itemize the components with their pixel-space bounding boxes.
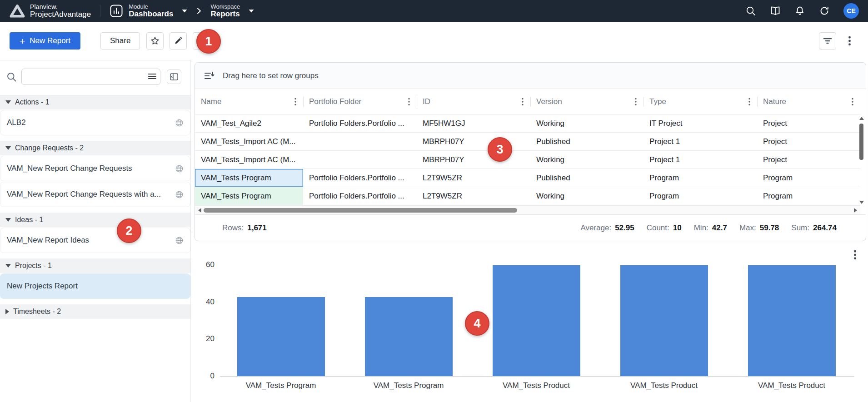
search-icon [6, 72, 17, 82]
column-header-name[interactable]: Name [195, 89, 303, 114]
grid-row[interactable]: VAM_Tests ProgramPortfolio Folders.Portf… [195, 187, 860, 205]
sidebar-item[interactable]: VAM_New Report Change Requests with a... [0, 182, 190, 207]
pencil-icon [174, 37, 182, 45]
cell: MBRPH07Y [417, 133, 530, 150]
help-docs-button[interactable] [766, 2, 784, 20]
column-menu-icon[interactable] [408, 98, 410, 106]
cell: Program [757, 187, 860, 205]
scroll-right-icon[interactable] [854, 208, 857, 213]
workspace-label: Workspace [210, 4, 240, 10]
cell: Working [530, 114, 644, 132]
sidebar-section-timesheets-2[interactable]: Timesheets - 2 [0, 304, 190, 319]
grid-row[interactable]: VAM_Tests ProgramPortfolio Folders.Portf… [195, 169, 860, 187]
column-header-type[interactable]: Type [644, 89, 757, 114]
column-menu-icon[interactable] [635, 98, 637, 106]
cell: MF5HW1GJ [417, 114, 530, 132]
report-chart: 0204060VAM_Tests ProgramVAM_Tests Progra… [195, 243, 866, 402]
sidebar-item[interactable]: VAM_New Report Change Requests [0, 156, 190, 181]
section-label: Ideas - 1 [15, 216, 43, 224]
new-report-button[interactable]: + New Report [10, 32, 80, 50]
horizontal-scrollbar[interactable] [195, 205, 860, 214]
sidebar-search-input[interactable] [21, 69, 160, 85]
globe-icon [175, 236, 184, 245]
cell: IT Project [644, 114, 757, 132]
new-report-label: New Report [30, 36, 70, 45]
sidebar-section-actions-1[interactable]: Actions - 1 [0, 95, 190, 109]
column-menu-icon[interactable] [522, 98, 524, 106]
notifications-button[interactable] [791, 2, 809, 20]
globe-icon [175, 164, 184, 173]
share-button[interactable]: Share [100, 32, 140, 50]
aggregate-label: Max: [739, 223, 756, 232]
refresh-button[interactable] [815, 2, 833, 20]
section-label: Timesheets - 2 [13, 308, 61, 316]
cell [303, 151, 417, 169]
column-menu-icon[interactable] [852, 98, 853, 106]
horizontal-scroll-thumb[interactable] [204, 208, 517, 213]
brand-product: ProjectAdvantage [30, 10, 91, 19]
sidebar-section-projects-1[interactable]: Projects - 1 [0, 258, 190, 273]
sidebar-section-change-requests-2[interactable]: Change Requests - 2 [0, 141, 190, 155]
chart-kebab-menu[interactable] [854, 250, 856, 260]
planview-logo: Planview. ProjectAdvantage [9, 4, 91, 19]
user-avatar[interactable]: CE [843, 3, 859, 19]
column-menu-icon[interactable] [294, 98, 296, 106]
cell: Program [644, 169, 757, 187]
y-axis-tick-label: 60 [195, 260, 215, 269]
section-label: Projects - 1 [15, 262, 52, 270]
app-navbar: Planview. ProjectAdvantage Module Dashbo… [0, 0, 868, 22]
column-header-portfolio-folder[interactable]: Portfolio Folder [303, 89, 417, 114]
column-header-version[interactable]: Version [530, 89, 644, 114]
row-group-dropzone[interactable]: Drag here to set row groups [195, 63, 866, 89]
menu-icon[interactable] [148, 73, 156, 79]
column-label: Version [536, 97, 562, 106]
grid-status-bar: Rows:1,671 Average:52.95Count:10Min:42.7… [195, 214, 866, 241]
triangle-down-icon [5, 100, 11, 104]
sidebar-section-ideas-1[interactable]: Ideas - 1 [0, 213, 190, 227]
cell [303, 133, 417, 150]
annotation-badge-1: 1 [196, 29, 221, 54]
aggregate-max: Max:59.78 [739, 223, 779, 232]
cell: Project [757, 114, 860, 132]
module-selector[interactable]: Module Dashboards [110, 4, 188, 18]
chart-bar[interactable] [493, 265, 580, 376]
vertical-scrollbar[interactable] [859, 115, 865, 205]
grid-header-row: NamePortfolio FolderIDVersionTypeNature [195, 89, 860, 114]
triangle-down-icon [5, 264, 11, 268]
grid-row[interactable]: VAM_Tests_Import AC (M...MBRPH07YWorking… [195, 151, 860, 169]
chart-bar[interactable] [237, 297, 325, 376]
vertical-scroll-thumb[interactable] [859, 124, 863, 160]
workspace-selector[interactable]: Workspace Reports [210, 4, 254, 18]
globe-icon [175, 190, 184, 199]
column-header-nature[interactable]: Nature [757, 89, 860, 114]
triangle-right-icon [5, 309, 9, 314]
collapse-panel-button[interactable] [167, 69, 181, 84]
column-header-id[interactable]: ID [417, 89, 530, 114]
scroll-up-icon[interactable] [859, 117, 864, 120]
report-name: VAM_New Report Change Requests [7, 164, 132, 173]
sidebar-item[interactable]: ALB2 [0, 110, 190, 135]
column-menu-icon[interactable] [748, 98, 750, 106]
grid-row[interactable]: VAM_Test_Agile2Portfolio Folders.Portfol… [195, 114, 860, 133]
edit-button[interactable] [170, 32, 187, 50]
chart-bar[interactable] [620, 265, 708, 376]
sidebar-item[interactable]: VAM_New Report Ideas [0, 228, 190, 253]
aggregate-value: 42.7 [712, 223, 727, 232]
annotation-badge-2: 2 [117, 218, 141, 243]
favorite-button[interactable] [146, 32, 164, 50]
section-label: Change Requests - 2 [15, 144, 84, 152]
chart-bar[interactable] [365, 297, 453, 376]
cell: Published [530, 133, 644, 150]
toolbar-kebab-menu[interactable] [843, 32, 855, 50]
chart-bar[interactable] [748, 265, 836, 376]
refresh-icon [819, 5, 830, 16]
scroll-down-icon[interactable] [859, 201, 864, 204]
cell: VAM_Tests_Import AC (M... [195, 151, 303, 169]
grid-filter-button[interactable] [819, 32, 836, 50]
scroll-left-icon[interactable] [198, 208, 201, 213]
search-button[interactable] [742, 2, 760, 20]
x-axis-category-label: VAM_Tests Program [217, 381, 344, 390]
column-label: Nature [763, 97, 786, 106]
grid-row[interactable]: VAM_Tests_Import AC (M...MBRPH07YPublish… [195, 133, 860, 151]
sidebar-item[interactable]: New Projects Report [0, 273, 190, 299]
